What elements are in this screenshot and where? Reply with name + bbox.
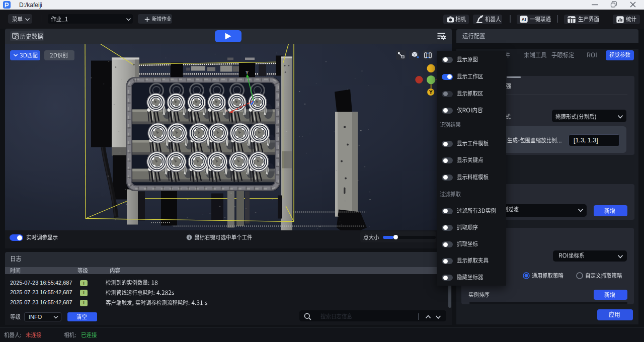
svg-text:Z: Z	[255, 96, 257, 101]
svg-text:Y: Y	[246, 69, 249, 74]
svg-text:AI: AI	[522, 17, 526, 22]
svg-text:Y: Y	[429, 89, 433, 95]
svg-text:X: X	[225, 108, 228, 113]
